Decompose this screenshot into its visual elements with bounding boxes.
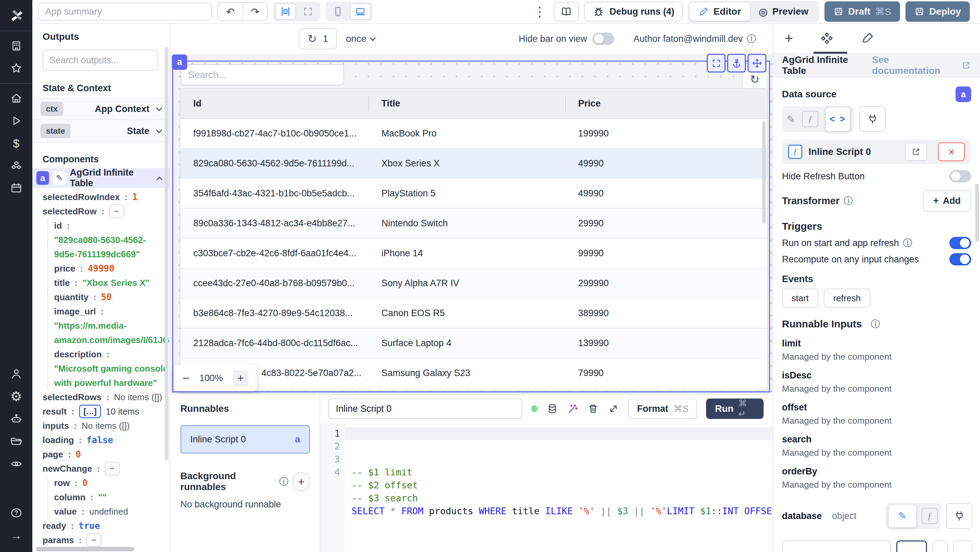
run-button[interactable]: Run ⌘ ↵ — [706, 399, 764, 419]
output-tree-row[interactable]: with powerful hardware" — [47, 376, 169, 390]
expand-editor-icon[interactable] — [608, 402, 619, 415]
table-row[interactable]: b3e864c8-7fe3-4270-89e9-54c12038...Canon… — [180, 299, 767, 328]
table-row[interactable]: f991898d-cb27-4ac7-b10c-0b9050ce1...MacB… — [180, 119, 767, 149]
workspace-icon[interactable] — [8, 37, 25, 54]
output-tree-row[interactable]: page:0 — [43, 447, 169, 461]
windmill-logo-icon[interactable] — [8, 8, 25, 24]
zoom-out-button[interactable]: − — [182, 371, 189, 385]
deploy-button[interactable]: Deploy — [905, 2, 970, 22]
code-editor-body[interactable]: 1234 -- $1 limit-- $2 offset-- $3 search… — [320, 423, 772, 552]
database-value-input[interactable] — [782, 541, 891, 552]
code-line[interactable]: SELECT * FROM products WHERE title ILIKE… — [345, 505, 772, 518]
output-tree-row[interactable]: "829ca080-5630-4562- — [47, 233, 169, 247]
tab-editor[interactable]: Editor — [690, 2, 750, 21]
tab-component-settings[interactable] — [820, 31, 834, 46]
output-tree-row[interactable]: ready:true — [43, 519, 169, 533]
output-tree-row[interactable]: description: — [47, 347, 169, 361]
output-tree-row[interactable]: title:"Xbox Series X" — [47, 276, 169, 290]
output-tree-row[interactable]: "https://m.media- — [47, 318, 169, 333]
column-header-id[interactable]: Id — [180, 89, 369, 118]
refresh-count-box[interactable]: ↻ 1 — [299, 28, 337, 49]
collapse-chip[interactable]: − — [86, 533, 102, 547]
centered-layout-button[interactable] — [275, 3, 296, 20]
table-row[interactable]: 4c83-8022-5e70a07a2...Samsung Galaxy S23… — [180, 358, 767, 388]
folders-icon[interactable] — [8, 433, 25, 450]
output-tree-row[interactable]: selectedRow:− — [43, 204, 169, 218]
favorites-star-icon[interactable] — [8, 60, 25, 77]
undo-button[interactable]: ↶ — [218, 3, 243, 21]
info-icon[interactable]: ⓘ — [871, 318, 880, 330]
component-move-button[interactable] — [748, 54, 766, 73]
desktop-view-button[interactable] — [350, 3, 371, 20]
workers-robot-icon[interactable] — [8, 410, 25, 428]
tab-insert-component[interactable]: + — [785, 30, 793, 47]
ai-wand-icon[interactable] — [567, 402, 579, 415]
table-row[interactable]: c303bce7-cb2e-42c6-8fdf-6aa01fc4e4...iPh… — [180, 239, 767, 269]
component-row-aggrid[interactable]: a ✎ AgGrid Infinite Table — [32, 168, 169, 188]
info-icon[interactable]: ⓘ — [903, 237, 912, 249]
output-tree-row[interactable]: selectedRows:No items ([]) — [43, 390, 169, 404]
docs-book-button[interactable] — [554, 2, 579, 21]
info-icon[interactable]: ⓘ — [747, 33, 756, 45]
settings-gear-icon[interactable]: ⚙ — [8, 388, 25, 405]
inline-script-row[interactable]: ƒ Inline Script 0 × — [782, 140, 971, 164]
component-expand-button[interactable] — [707, 54, 725, 73]
state-row[interactable]: state State — [32, 120, 169, 143]
inspector-vertical-scrollbar[interactable] — [975, 184, 979, 242]
see-documentation-link[interactable]: See documentation — [872, 54, 957, 76]
output-tree-row[interactable]: quantity:50 — [47, 290, 169, 304]
template-function-icon[interactable]: ƒ — [921, 508, 938, 524]
output-tree-row[interactable]: value:undefined — [47, 504, 169, 519]
help-icon[interactable]: ? — [8, 504, 25, 521]
add-background-runnable-button[interactable]: + — [293, 472, 310, 491]
refresh-mode-select[interactable]: once — [346, 33, 366, 44]
zoom-in-button[interactable]: + — [233, 370, 248, 386]
script-name-input[interactable] — [328, 399, 522, 419]
outputs-horizontal-scrollbar[interactable] — [36, 547, 134, 551]
code-line[interactable]: -- $1 limit — [345, 466, 772, 479]
code-area[interactable]: -- $1 limit-- $2 offset-- $3 searchSELEC… — [345, 423, 772, 552]
format-button[interactable]: Format ⌘S — [628, 399, 697, 419]
column-header-price[interactable]: Price — [565, 89, 767, 118]
output-tree-row[interactable]: 9d5e-7611199dc669" — [47, 247, 169, 261]
code-line[interactable]: -- $3 search — [345, 492, 772, 505]
output-tree-row[interactable]: inputs:No items ([]) — [43, 418, 169, 433]
recompute-toggle[interactable] — [950, 253, 971, 266]
open-script-button[interactable] — [905, 143, 927, 161]
output-tree-row[interactable]: row:0 — [47, 476, 169, 490]
table-row[interactable]: 354f6afd-43ac-4321-b1bc-0b5e5adcb...Play… — [180, 179, 767, 208]
rename-pencil-icon[interactable]: ✎ — [53, 171, 66, 185]
output-tree-row[interactable]: amazon.com/images/I/61JGKho — [47, 333, 169, 347]
database-option[interactable] — [953, 541, 972, 552]
output-tree-row[interactable]: column:"" — [47, 490, 169, 504]
column-header-title[interactable]: Title — [369, 89, 565, 118]
schedules-icon[interactable] — [8, 180, 25, 197]
delete-trash-icon[interactable] — [587, 402, 599, 415]
static-pencil-icon[interactable]: ✎ — [787, 113, 795, 125]
debug-runs-button[interactable]: Debug runs (4) — [584, 2, 682, 21]
collapse-chip[interactable]: − — [105, 462, 120, 476]
output-tree-row[interactable]: image_url: — [47, 304, 169, 318]
expand-array-chip[interactable]: […] — [79, 405, 101, 418]
connect-plug-button[interactable] — [859, 106, 886, 132]
database-option-selected[interactable] — [896, 541, 927, 552]
info-icon[interactable]: ⓘ — [279, 476, 288, 488]
draft-button[interactable]: Draft ⌘S — [824, 2, 900, 22]
database-option[interactable] — [932, 541, 948, 552]
component-anchor-button[interactable] — [727, 54, 746, 73]
hide-bar-toggle[interactable] — [592, 33, 614, 45]
resources-icon[interactable] — [8, 157, 25, 174]
variables-icon[interactable]: $ — [8, 135, 25, 152]
aggrid-component[interactable]: ↻ Id Title Price f991898d-cb27-4ac7-b10c… — [172, 60, 770, 392]
code-line[interactable]: -- $2 offset — [345, 479, 772, 492]
tab-styling-brush[interactable] — [861, 32, 874, 45]
database-icon[interactable] — [546, 402, 558, 415]
output-tree-row[interactable]: loading:false — [43, 433, 169, 447]
outputs-search-input[interactable] — [43, 50, 158, 71]
fullwidth-layout-button[interactable] — [298, 3, 318, 20]
output-tree-row[interactable]: newChange:− — [43, 461, 169, 476]
table-row[interactable]: ccee43dc-27e0-40a8-b768-b09579b0...Sony … — [180, 269, 767, 299]
table-search-input[interactable] — [181, 64, 344, 86]
tab-preview[interactable]: ◎ Preview — [750, 2, 817, 21]
outputs-vertical-scrollbar[interactable] — [165, 47, 169, 460]
